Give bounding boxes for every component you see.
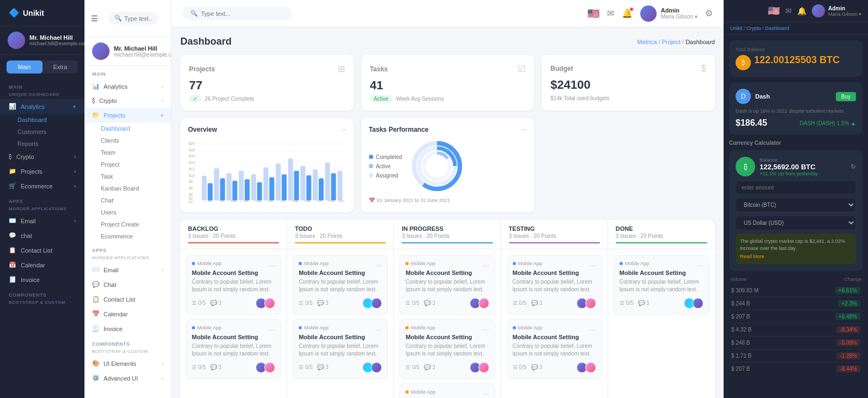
tab-extra[interactable]: Extra — [43, 60, 78, 74]
rp-mail-icon[interactable]: ✉ — [785, 7, 792, 15]
gear-icon[interactable]: ⚙ — [705, 8, 713, 19]
rp-flag-icon[interactable]: 🇺🇸 — [768, 5, 780, 17]
mid-sub-team[interactable]: Team — [84, 146, 171, 158]
more-icon[interactable]: ··· — [269, 325, 276, 334]
search-input[interactable] — [201, 10, 284, 17]
kanban-card[interactable]: Mobile App ··· Mobile Account Setting Co… — [293, 255, 388, 315]
assigned-dot — [369, 173, 373, 177]
mid-item-analytics[interactable]: 📊Analytics › — [84, 79, 171, 94]
more-icon[interactable]: ··· — [590, 261, 596, 270]
mid-search[interactable]: 🔍 — [109, 12, 158, 25]
more-icon[interactable]: ··· — [483, 325, 489, 334]
kanban-card[interactable]: Mobile App ··· Mobile Account Setting Co… — [614, 255, 709, 315]
mid-item-ui-elements[interactable]: 🎨UI Elements › — [84, 356, 171, 371]
more-icon[interactable]: ··· — [697, 261, 703, 270]
sidebar-sub-customers[interactable]: Customers — [0, 126, 84, 138]
topbar-search[interactable]: 🔍 — [183, 7, 292, 20]
svg-rect-26 — [232, 181, 237, 200]
sidebar-item-calendar[interactable]: 📅Calendar — [0, 258, 84, 272]
mid-item-calendar[interactable]: 📅Calendar — [84, 307, 171, 321]
flag-icon[interactable]: 🇺🇸 — [587, 8, 599, 20]
sidebar-item-projects[interactable]: 📁Projects › — [0, 164, 84, 179]
mid-item-contact-list[interactable]: 📋Contact List — [84, 292, 171, 307]
sidebar-item-email[interactable]: ✉️Email › — [0, 213, 84, 228]
sidebar-item-crypto[interactable]: ₿Crypto › — [0, 150, 84, 164]
bell-icon[interactable]: 🔔 — [622, 8, 633, 19]
mid-item-advanced-ui[interactable]: ⚙️Advanced UI › — [84, 371, 171, 385]
calc-currency-select-1[interactable]: Bitcoin (BTC) — [736, 198, 856, 212]
bar-chart-svg: $20 $18 $16 $14 $12 $10 $8 $6 $4 $2 $0 — [188, 139, 346, 203]
minimize-icon[interactable]: − — [342, 126, 346, 133]
calc-amount-input[interactable] — [736, 181, 856, 194]
mid-sub-project-create[interactable]: Project Create — [84, 218, 171, 230]
mid-sub-dashboard[interactable]: Dashboard — [84, 123, 171, 134]
svg-rect-34 — [263, 167, 268, 200]
calc-currency-select-2[interactable]: US Dollar (USD) — [736, 216, 856, 230]
svg-rect-50 — [331, 173, 336, 200]
chevron-icon: › — [162, 376, 163, 381]
mid-sub-clients[interactable]: Clients — [84, 134, 171, 146]
sidebar-item-invoice[interactable]: 🧾Invoice — [0, 272, 84, 287]
kanban-card[interactable]: Mobile App ··· Mobile Account Setting Co… — [399, 255, 495, 315]
analytics-dot: 📊 — [92, 83, 100, 90]
mid-item-crypto[interactable]: ₿Crypto › — [84, 94, 171, 108]
mid-item-chat[interactable]: 💬Chat — [84, 277, 171, 292]
mid-item-invoice[interactable]: 🧾Invoice — [84, 321, 171, 336]
minimize-icon[interactable]: − — [523, 126, 526, 133]
notification-badge — [629, 7, 634, 11]
ticker-name: Dash — [755, 93, 770, 100]
sidebar-sub-reports[interactable]: Reports — [0, 138, 84, 150]
kanban-card[interactable]: Mobile App ··· Mobile Account Setting Co… — [399, 319, 495, 379]
backlog-sub: 3 Issues · 20 Points — [188, 233, 279, 239]
adv-label: Advanced UI — [104, 375, 138, 382]
more-icon[interactable]: ··· — [376, 261, 383, 270]
kanban-card[interactable]: Mobile App ··· Mobile Account Setting Co… — [186, 255, 281, 315]
sidebar-item-contact-list[interactable]: 📋Contact List — [0, 243, 84, 258]
sidebar-item-chat[interactable]: 💬chat — [0, 228, 84, 243]
breadcrumb-metrica[interactable]: Metrica — [638, 39, 657, 45]
breadcrumb-project[interactable]: Project — [662, 39, 681, 45]
mid-sub-project[interactable]: Project — [84, 158, 171, 170]
dash-header: Dashboard Metrica / Project / Dashboard — [180, 36, 715, 47]
svg-rect-49 — [325, 162, 330, 200]
rp-bell-icon[interactable]: 🔔 — [797, 7, 806, 15]
kanban-card[interactable]: Mobile App ··· Mobile Account Setting Co… — [399, 383, 495, 398]
sidebar-item-analytics[interactable]: 📊Analytics ▾ — [0, 99, 84, 114]
mail-icon[interactable]: ✉ — [607, 8, 614, 19]
mid-sub-users[interactable]: Users — [84, 206, 171, 218]
more-icon[interactable]: ··· — [269, 261, 276, 270]
right-panel: 🇺🇸 ✉ 🔔 Admin Maria Gibson ▾ Unikit / Cry… — [724, 0, 868, 398]
more-icon[interactable]: ··· — [483, 389, 489, 398]
mid-sub-kanban[interactable]: Kanban Board — [84, 182, 171, 194]
kanban-card[interactable]: Mobile App ··· Mobile Account Setting Co… — [507, 319, 602, 379]
read-more-link[interactable]: Read More — [740, 253, 852, 260]
ecommerce-label: Ecommerce — [21, 183, 53, 189]
kanban-col-todo: Mobile App ··· Mobile Account Setting Co… — [287, 249, 394, 398]
mid-section-main: MAIN — [84, 66, 171, 79]
more-icon[interactable]: ··· — [376, 325, 383, 334]
sidebar-item-ecommerce[interactable]: 🛒Ecommerce › — [0, 179, 84, 193]
more-icon[interactable]: ··· — [483, 261, 489, 270]
svg-rect-20 — [208, 183, 213, 200]
ticker-coin: D Dash — [736, 89, 770, 104]
mid-sub-chat[interactable]: Chat — [84, 194, 171, 206]
user-pill[interactable]: Admin Maria Gibson ▾ — [640, 5, 697, 22]
svg-text:Mar: Mar — [231, 199, 236, 203]
mid-item-email[interactable]: ✉️Email › — [84, 262, 171, 277]
kanban-card[interactable]: Mobile App ··· Mobile Account Setting Co… — [186, 319, 281, 379]
rp-user[interactable]: Admin Maria Gibson ▾ — [812, 4, 861, 17]
kanban-card[interactable]: Mobile App ··· Mobile Account Setting Co… — [507, 255, 602, 315]
search-input[interactable] — [124, 15, 153, 22]
mid-sub-task[interactable]: Task — [84, 170, 171, 182]
hamburger-icon[interactable]: ☰ — [91, 14, 98, 23]
sidebar-sub-dashboard[interactable]: Dashboard — [0, 114, 84, 126]
more-icon[interactable]: ··· — [590, 325, 596, 334]
refresh-icon[interactable]: ↻ — [851, 163, 856, 170]
balance-label: Total Balance — [736, 47, 856, 52]
inprogress-bar — [402, 242, 493, 243]
buy-button[interactable]: Buy — [836, 92, 856, 101]
tab-main[interactable]: Main — [7, 60, 43, 74]
mid-sub-ecommerce[interactable]: Ecommerce — [84, 230, 171, 242]
mid-item-projects[interactable]: 📁Projects ▾ — [84, 108, 171, 123]
kanban-card[interactable]: Mobile App ··· Mobile Account Setting Co… — [293, 319, 388, 379]
